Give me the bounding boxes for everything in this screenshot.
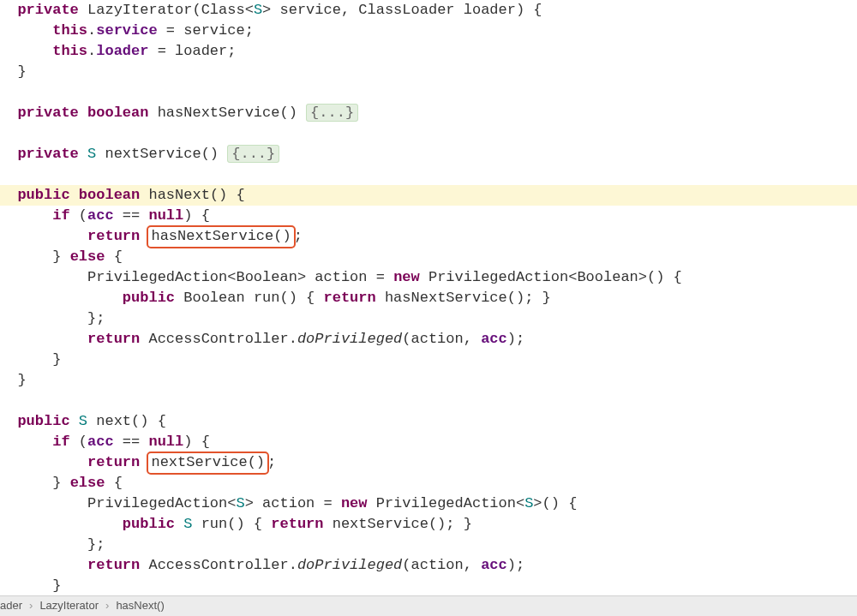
field-acc: acc [87,434,114,450]
code-line[interactable]: } else { [0,247,857,267]
field-acc: acc [481,557,507,573]
field-loader: loader [96,43,148,59]
code-line[interactable]: } else { [0,473,857,493]
type-s: S [183,516,192,532]
keyword-private: private [17,105,78,121]
method-hasnext: hasNext [148,187,209,203]
keyword-else: else [70,248,105,265]
keyword-boolean: boolean [79,187,140,203]
code-line[interactable]: PrivilegedAction<Boolean> action = new P… [0,267,857,288]
code-line[interactable]: public S run() { return nextService(); } [0,514,857,535]
code-line[interactable] [0,82,857,103]
type-privilegedaction: PrivilegedAction [87,269,227,285]
param-service: service [279,2,340,18]
code-line[interactable] [0,391,857,411]
code-line[interactable]: return AccessController.doPrivileged(act… [0,329,857,350]
field-service: service [96,22,157,39]
assign-text: = loader; [148,43,236,59]
type-classloader: ClassLoader [358,2,454,18]
keyword-this: this [52,22,87,39]
fold-marker[interactable]: {...} [227,145,279,163]
call-hasnextservice: hasNextService(); } [385,290,551,306]
breadcrumb-item[interactable]: ader [0,598,22,613]
field-acc: acc [87,207,114,224]
arg-action: action [411,331,464,347]
var-action: action [262,495,315,511]
breadcrumb-bar[interactable]: ader › LazyIterator › hasNext() [0,595,857,616]
keyword-public: public [17,187,69,203]
code-line[interactable]: private LazyIterator(Class<S> service, C… [0,0,857,21]
code-line[interactable]: if (acc == null) { [0,206,857,226]
var-action: action [315,269,367,285]
code-line[interactable]: } [0,62,857,82]
arg-action: action [411,557,464,573]
type-class: Class [201,2,245,18]
keyword-public: public [17,413,69,429]
keyword-return: return [87,228,140,244]
code-line[interactable]: } [0,350,857,370]
code-line[interactable]: return AccessController.doPrivileged(act… [0,555,857,576]
type-privilegedaction: PrivilegedAction [87,495,227,511]
keyword-new: new [393,269,420,285]
code-line[interactable]: return nextService(); [0,452,857,473]
type-accesscontroller: AccessController [148,557,288,573]
code-line[interactable]: this.service = service; [0,21,857,41]
method-nextservice: nextService [105,146,201,162]
method-next: next [96,413,131,429]
breadcrumb-item[interactable]: hasNext() [116,598,164,613]
code-line[interactable]: } [0,370,857,391]
constructor-name: LazyIterator [87,2,192,18]
keyword-null: null [148,434,183,450]
generic-s: S [524,495,533,511]
method-hasnextservice: hasNextService [158,105,280,121]
code-line[interactable]: public S next() { [0,411,857,432]
keyword-else: else [70,475,105,491]
generic-s: S [236,495,244,511]
keyword-private: private [17,2,78,18]
keyword-this: this [52,43,87,59]
code-line[interactable] [0,123,857,144]
keyword-return: return [324,290,376,306]
code-line[interactable]: }; [0,535,857,555]
keyword-public: public [123,516,175,532]
keyword-return: return [87,454,140,470]
code-line[interactable]: if (acc == null) { [0,432,857,452]
keyword-return: return [87,557,140,573]
type-s: S [79,413,87,429]
breadcrumb-item[interactable]: LazyIterator [39,598,99,613]
method-doprivileged: doPrivileged [297,331,402,347]
keyword-boolean: boolean [87,105,148,121]
code-editor[interactable]: private LazyIterator(Class<S> service, C… [0,0,857,596]
field-acc: acc [481,331,507,347]
type-boolean: Boolean [183,290,244,306]
code-line[interactable]: } [0,576,857,596]
code-line[interactable]: private boolean hasNextService() {...} [0,103,857,123]
code-line[interactable]: }; [0,308,857,329]
method-run: run [254,290,280,306]
code-line[interactable]: return hasNextService(); [0,226,857,247]
call-nextservice: nextService(); } [333,516,472,532]
type-boolean: Boolean [577,269,638,285]
callout-nextservice: nextService() [147,452,269,475]
type-boolean: Boolean [236,269,297,285]
keyword-if: if [52,434,69,450]
fold-marker[interactable]: {...} [306,104,358,122]
keyword-new: new [341,495,368,511]
callout-hasnextservice: hasNextService() [147,225,295,248]
code-line[interactable]: public Boolean run() { return hasNextSer… [0,288,857,308]
code-line[interactable]: private S nextService() {...} [0,144,857,164]
chevron-right-icon: › [29,598,33,613]
method-doprivileged: doPrivileged [297,557,402,573]
code-line[interactable] [0,164,857,185]
code-line[interactable]: this.loader = loader; [0,41,857,62]
type-accesscontroller: AccessController [148,331,288,347]
keyword-if: if [52,207,69,224]
code-line[interactable]: PrivilegedAction<S> action = new Privile… [0,493,857,514]
assign-text: = service; [158,22,254,39]
keyword-private: private [17,146,78,162]
keyword-public: public [123,290,175,306]
keyword-return: return [271,516,323,532]
type-s: S [87,146,96,162]
code-line-highlighted[interactable]: public boolean hasNext() { [0,185,857,206]
keyword-null: null [148,207,183,224]
